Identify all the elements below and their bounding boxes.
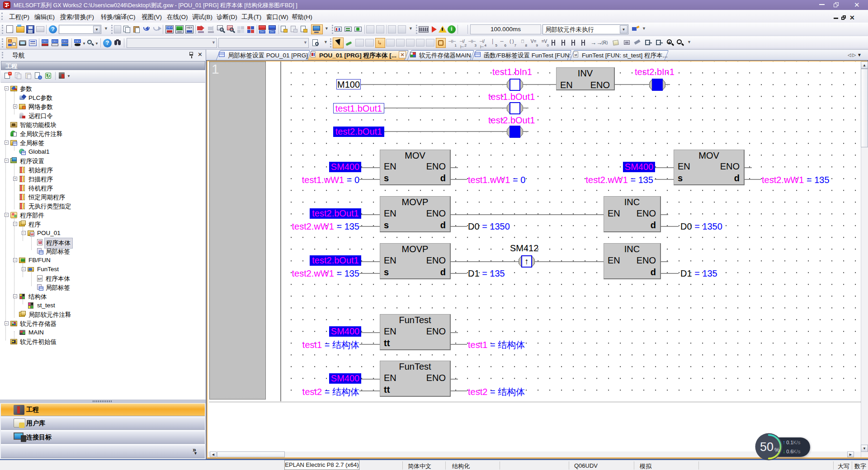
svg-text:50: 50: [760, 440, 774, 454]
svg-text:%: %: [774, 446, 780, 453]
